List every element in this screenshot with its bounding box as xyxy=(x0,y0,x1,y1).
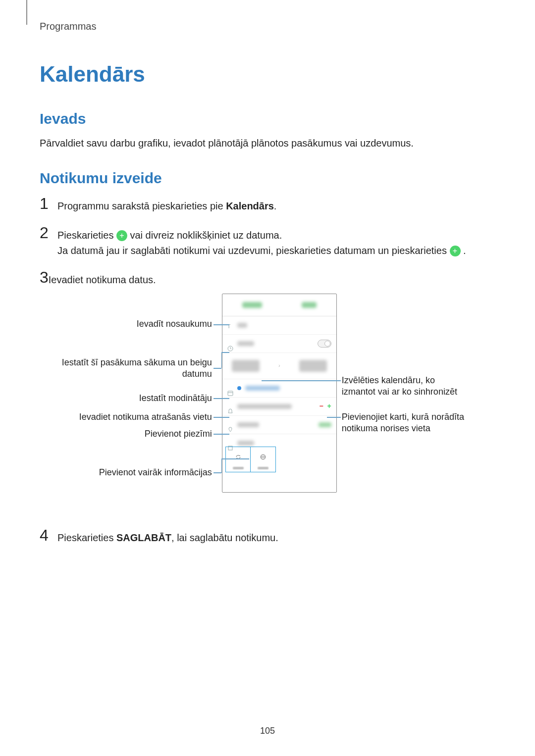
toggle-switch xyxy=(318,340,331,348)
plus-icon: + xyxy=(116,230,127,241)
label-blur xyxy=(237,404,292,409)
map-blur xyxy=(319,422,331,427)
section-heading-create: Notikumu izveide xyxy=(40,170,495,187)
label-blur xyxy=(237,422,259,427)
cursor-blur xyxy=(237,323,247,328)
event-editor-diagram: T xyxy=(49,294,504,511)
callout-more: Pievienot vairāk informācijas xyxy=(49,467,212,478)
callout-title: Ievadīt nosaukumu xyxy=(49,318,212,330)
step-1: 1 Programmu sarakstā pieskarieties pie K… xyxy=(40,196,495,214)
chevron-right-icon: › xyxy=(278,361,280,370)
pin-icon xyxy=(227,422,233,428)
alarm-row: − + xyxy=(222,398,336,416)
time-blur xyxy=(232,360,260,372)
label-blur xyxy=(245,386,280,391)
timezone-cell xyxy=(251,447,275,472)
leader-line xyxy=(214,368,221,369)
clock-icon xyxy=(227,341,233,347)
phone-header xyxy=(222,294,336,316)
step-list: 1 Programmu sarakstā pieskarieties pie K… xyxy=(40,196,495,546)
note-icon xyxy=(227,440,233,446)
title-row: T xyxy=(222,316,336,335)
leader-line xyxy=(221,352,229,353)
leader-line xyxy=(214,324,229,325)
page-number: 105 xyxy=(260,726,275,736)
plus-icon: + xyxy=(450,246,461,256)
step-number: 3 xyxy=(40,269,49,285)
globe-icon xyxy=(260,450,267,465)
callout-map: Pievienojiet karti, kurā norādīta notiku… xyxy=(342,411,471,434)
calendar-row xyxy=(222,379,336,398)
step-3: 3 Ievadiet notikuma datus. T xyxy=(40,269,495,516)
svg-rect-1 xyxy=(228,391,233,396)
text: Pieskarieties xyxy=(57,532,116,543)
leader-line xyxy=(221,458,222,473)
text: Ievadiet notikuma datus. xyxy=(49,274,156,285)
header-blur xyxy=(242,302,262,308)
text: Ja datumā jau ir saglabāti notikumi vai … xyxy=(57,245,450,256)
bold: Kalendārs xyxy=(226,201,274,211)
label-blur xyxy=(258,467,268,469)
step-2: 2 Pieskarieties + vai divreiz noklikšķin… xyxy=(40,225,495,258)
allday-row xyxy=(222,335,336,353)
callout-note: Pievienot piezīmi xyxy=(49,428,212,440)
location-row xyxy=(222,416,336,434)
step-4: 4 Pieskarieties SAGLABĀT, lai saglabātu … xyxy=(40,527,495,546)
step-number: 1 xyxy=(40,196,57,211)
repeat-icon xyxy=(235,450,242,465)
text: Programmu sarakstā pieskarieties pie xyxy=(57,201,226,211)
text-icon: T xyxy=(227,322,233,328)
corner-rule xyxy=(26,0,27,25)
header-blur xyxy=(302,302,317,308)
phone-mockup: T xyxy=(222,294,337,493)
text: vai divreiz noklikšķiniet uz datuma. xyxy=(130,230,282,241)
label-blur xyxy=(233,467,244,469)
step-body: Ievadiet notikuma datus. T xyxy=(49,269,504,516)
bold: SAGLABĀT xyxy=(116,532,171,543)
step-number: 2 xyxy=(40,225,57,241)
step-body: Pieskarieties + vai divreiz noklikšķinie… xyxy=(57,225,495,258)
callout-dates: Iestatīt šī pasākuma sākuma un beigu dat… xyxy=(49,357,212,379)
leader-line xyxy=(327,417,341,418)
text: . xyxy=(463,245,466,256)
time-blur xyxy=(299,360,327,372)
label-blur xyxy=(237,341,254,346)
section-heading-intro: Ievads xyxy=(40,110,495,127)
more-info-box xyxy=(225,447,276,472)
leader-line xyxy=(214,398,229,399)
text: . xyxy=(274,201,277,211)
repeat-cell xyxy=(226,447,251,472)
leader-line xyxy=(221,458,249,459)
callout-alarm: Iestatīt modinātāju xyxy=(49,393,212,404)
text: , lai saglabātu notikumu. xyxy=(171,532,278,543)
leader-line xyxy=(214,472,221,473)
leader-line xyxy=(221,352,222,368)
bell-icon xyxy=(227,403,233,409)
leader-line xyxy=(214,434,229,435)
intro-text: Pārvaldiet savu darbu grafiku, ievadot p… xyxy=(40,136,495,150)
text: Pieskarieties xyxy=(57,230,116,241)
breadcrumb: Programmas xyxy=(40,21,495,32)
step-body: Pieskarieties SAGLABĀT, lai saglabātu no… xyxy=(57,527,495,546)
page-title: Kalendārs xyxy=(40,62,495,87)
minus-icon: − xyxy=(319,401,323,412)
callout-calendar: Izvēlēties kalendāru, ko izmantot vai ar… xyxy=(342,375,471,397)
callout-location: Ievadiet notikuma atrašanās vietu xyxy=(49,411,212,423)
time-row: › xyxy=(222,353,336,379)
leader-line xyxy=(214,417,229,418)
step-body: Programmu sarakstā pieskarieties pie Kal… xyxy=(57,196,495,214)
step-number: 4 xyxy=(40,527,57,543)
calendar-icon xyxy=(227,385,233,391)
leader-line xyxy=(262,380,341,381)
plus-small-icon: + xyxy=(327,401,331,412)
dot-icon xyxy=(237,386,241,390)
label-blur xyxy=(237,441,254,446)
